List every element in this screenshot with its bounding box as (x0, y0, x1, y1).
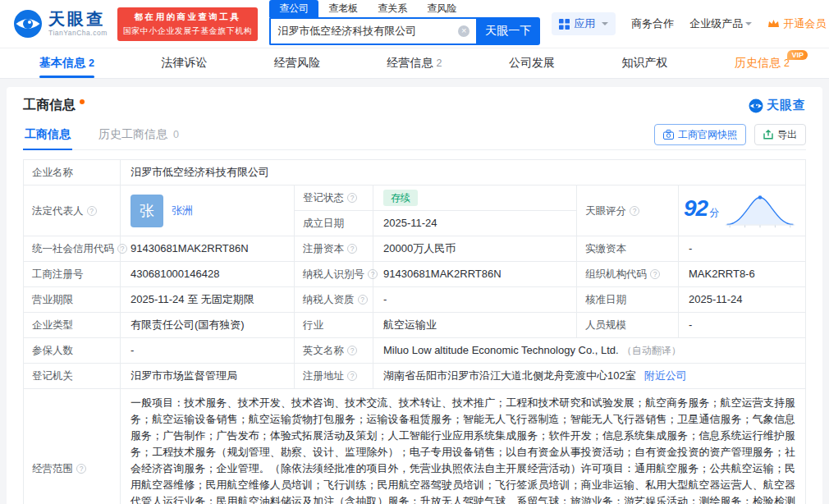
nearby-companies-link[interactable]: 附近公司 (644, 369, 687, 382)
apps-menu-label: 应用 (574, 16, 595, 31)
info-icon[interactable] (347, 244, 357, 254)
auto-translate-note: （自动翻译） (622, 345, 681, 356)
value-reg-number: 430681000146428 (121, 262, 295, 287)
search-tab-relation[interactable]: 查关系 (368, 0, 417, 17)
nav-enterprise-products[interactable]: 企业级产品 (689, 16, 752, 31)
apps-menu[interactable]: 应用 (552, 12, 616, 35)
info-icon[interactable] (347, 371, 357, 381)
value-company-type: 有限责任公司(国有独资) (121, 313, 295, 338)
value-business-term: 2025-11-24 至 无固定期限 (121, 287, 295, 313)
export-button[interactable]: 导出 (754, 124, 806, 145)
label-english-name: 英文名称 (295, 338, 373, 364)
tab-label: 经营信息 (387, 56, 433, 71)
info-icon[interactable] (76, 464, 86, 474)
value-reg-authority: 汨罗市市场监督管理局 (121, 364, 295, 389)
tab-label: 经营风险 (274, 56, 320, 71)
info-icon[interactable] (358, 295, 368, 305)
chevron-down-icon (602, 22, 608, 25)
tianyancha-logo[interactable]: 天眼查 TianYanCha.com (13, 9, 108, 39)
chevron-down-icon (745, 22, 752, 25)
tab-count: 2 (437, 57, 442, 69)
label-legal-rep: 法定代表人 (24, 186, 121, 236)
search-tab-company[interactable]: 查公司 (269, 0, 318, 17)
info-icon[interactable] (368, 269, 378, 279)
value-industry: 航空运输业 (373, 313, 577, 338)
promo-line1: 都在用的商业查询工具 (123, 11, 253, 23)
promo-line2: 国家中小企业发展子基金旗下机构 (123, 25, 253, 37)
label-reg-capital: 注册资本 (295, 236, 373, 262)
tab-label: 历史信息 (735, 56, 781, 71)
tab-basic-info[interactable]: 基本信息 2 (39, 48, 94, 78)
label-company-type: 企业类型 (24, 313, 121, 338)
notice-dot (80, 99, 85, 104)
vip-badge: VIP (787, 50, 808, 60)
subtab-business-info[interactable]: 工商信息 (23, 121, 72, 149)
info-icon[interactable] (347, 346, 357, 355)
nav-business-cooperation[interactable]: 商务合作 (631, 16, 674, 31)
tianyancha-watermark-icon (749, 99, 763, 113)
subtab-row: 工商信息 历史工商信息 0 工商官网快照 导出 (23, 121, 806, 150)
tab-business-risk[interactable]: 经营风险 (274, 48, 320, 78)
value-approval-date: 2025-11-24 (679, 287, 806, 313)
tab-label: 公司发展 (509, 56, 555, 71)
label-approval-date: 核准日期 (577, 287, 679, 313)
label-business-scope: 经营范围 (24, 389, 121, 504)
info-icon[interactable] (87, 206, 97, 216)
label-paid-capital: 实缴资本 (577, 236, 679, 262)
legal-rep-link[interactable]: 张洲 (172, 203, 193, 219)
info-icon[interactable] (117, 244, 127, 254)
top-nav: 应用 商务合作 企业级产品 开通会员 超级风... (540, 12, 829, 35)
value-insured-count: - (121, 338, 295, 364)
clear-search-icon[interactable] (458, 25, 469, 37)
nav-upgrade-vip[interactable]: 开通会员 (767, 16, 829, 31)
label-org-code: 组织机构代码 (577, 262, 679, 287)
info-icon[interactable] (630, 206, 639, 216)
search-input[interactable] (271, 25, 458, 38)
tab-label: 知识产权 (621, 56, 667, 71)
business-info-table: 企业名称 汨罗市低空经济科技有限公司 法定代表人 张 张洲 登记状态 存续 天眼… (23, 159, 806, 504)
tab-business-info[interactable]: 经营信息 2 (387, 48, 442, 78)
subtab-label: 历史工商信息 (98, 127, 167, 140)
score-unit: 分 (709, 204, 719, 221)
tab-intellectual-property[interactable]: 知识产权 (621, 48, 667, 78)
label-credit-code: 统一社会信用代码 (24, 236, 121, 262)
top-header: 天眼查 TianYanCha.com 都在用的商业查询工具 国家中小企业发展子基… (0, 0, 829, 48)
tab-history-info[interactable]: 历史信息 2 VIP (735, 48, 790, 78)
company-section-tabs: 基本信息 2 法律诉讼 经营风险 经营信息 2 公司发展 知识产权 历史信息 2… (0, 48, 829, 79)
label-company-name: 企业名称 (24, 160, 121, 186)
value-paid-capital: - (679, 236, 806, 262)
grid-icon (559, 19, 570, 30)
subtab-count: 0 (173, 129, 179, 140)
brand-name: 天眼查 (48, 11, 108, 27)
crown-icon (767, 19, 780, 29)
value-reg-address: 湖南省岳阳市汨罗市沿江大道北侧龙舟竞渡中心102室附近公司 (373, 364, 806, 389)
tianyancha-logo-icon (13, 9, 43, 39)
official-snapshot-button[interactable]: 工商官网快照 (654, 124, 746, 145)
label-taxpayer-quality: 纳税人资质 (295, 287, 373, 313)
value-credit-code: 91430681MAK2RRT86N (121, 236, 295, 262)
score-number: 92 (684, 200, 708, 217)
label-business-term: 营业期限 (24, 287, 121, 313)
tianyancha-watermark: 天眼查 (749, 98, 806, 113)
subtab-history-business-info[interactable]: 历史工商信息 0 (97, 121, 181, 149)
value-establish-date: 2025-11-24 (373, 211, 577, 236)
label-reg-address: 注册地址 (295, 364, 373, 389)
legal-rep-avatar[interactable]: 张 (131, 195, 163, 227)
info-icon[interactable] (347, 193, 357, 203)
value-reg-status: 存续 (373, 186, 577, 211)
search-button[interactable]: 天眼一下 (476, 17, 540, 45)
tab-label: 基本信息 (39, 56, 85, 71)
search-tab-boss[interactable]: 查老板 (318, 0, 368, 17)
section-title: 工商信息 (23, 97, 76, 114)
business-info-card: 工商信息 天眼查 工商信息 历史工商信息 0 (7, 87, 822, 504)
snapshot-icon (663, 130, 674, 140)
tab-legal-proceedings[interactable]: 法律诉讼 (161, 48, 207, 78)
tab-company-development[interactable]: 公司发展 (509, 48, 555, 78)
value-staff-size: - (679, 313, 806, 338)
value-company-name: 汨罗市低空经济科技有限公司 (121, 160, 806, 186)
label-staff-size: 人员规模 (577, 313, 679, 338)
search-box (269, 17, 476, 45)
info-icon[interactable] (650, 269, 660, 279)
value-score[interactable]: 92 分 (679, 186, 806, 236)
search-tab-risk[interactable]: 查风险 (417, 0, 466, 17)
